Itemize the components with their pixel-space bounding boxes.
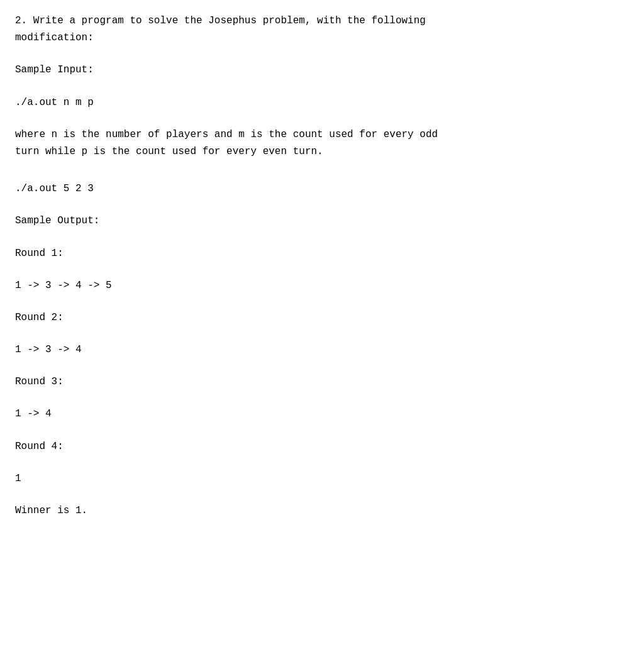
winner-section: Winner is 1. <box>15 502 629 519</box>
description-line-2: turn while p is the count used for every… <box>15 143 629 160</box>
round-2: Round 2: <box>15 309 629 326</box>
round-4-sequence-block: 1 <box>15 470 629 487</box>
winner-text: Winner is 1. <box>15 502 629 519</box>
round-1: Round 1: <box>15 245 629 262</box>
round-3-sequence: 1 -> 4 <box>15 406 629 423</box>
round-3-label: Round 3: <box>15 374 629 391</box>
command-format: ./a.out n m p <box>15 94 629 111</box>
round-4-label: Round 4: <box>15 438 629 455</box>
sample-input-label: Sample Input: <box>15 62 629 79</box>
round-1-label: Round 1: <box>15 245 629 262</box>
sample-output-section: Sample Output: <box>15 213 629 230</box>
sample-input-section: Sample Input: <box>15 62 629 79</box>
round-1-sequence: 1 -> 3 -> 4 -> 5 <box>15 277 629 294</box>
round-2-sequence: 1 -> 3 -> 4 <box>15 341 629 358</box>
problem-line-1: 2. Write a program to solve the Josephus… <box>15 13 629 30</box>
description-line-1: where n is the number of players and m i… <box>15 126 629 143</box>
problem-statement: 2. Write a program to solve the Josephus… <box>15 13 629 47</box>
description-section: where n is the number of players and m i… <box>15 126 629 160</box>
round-4-sequence: 1 <box>15 470 629 487</box>
command-format-section: ./a.out n m p <box>15 94 629 111</box>
round-3-sequence-block: 1 -> 4 <box>15 406 629 423</box>
round-2-label: Round 2: <box>15 309 629 326</box>
main-content: 2. Write a program to solve the Josephus… <box>15 13 629 519</box>
round-3: Round 3: <box>15 374 629 391</box>
round-1-sequence-block: 1 -> 3 -> 4 -> 5 <box>15 277 629 294</box>
round-2-sequence-block: 1 -> 3 -> 4 <box>15 341 629 358</box>
rounds-container: Round 1: 1 -> 3 -> 4 -> 5 Round 2: 1 -> … <box>15 245 629 488</box>
problem-line-2: modification: <box>15 30 629 47</box>
sample-command-section: ./a.out 5 2 3 <box>15 180 629 197</box>
sample-output-label: Sample Output: <box>15 213 629 230</box>
round-4: Round 4: <box>15 438 629 455</box>
sample-command: ./a.out 5 2 3 <box>15 180 629 197</box>
